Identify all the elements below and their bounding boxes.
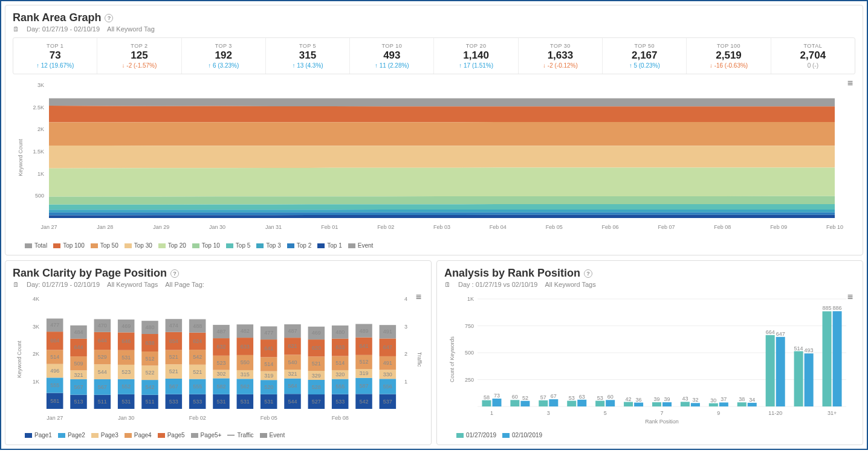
svg-text:477: 477 [264, 330, 273, 336]
svg-text:491: 491 [383, 360, 392, 366]
svg-text:63: 63 [579, 394, 585, 400]
svg-text:500: 500 [465, 350, 474, 356]
stat-change: 11 (2.28%) [352, 62, 431, 69]
svg-text:520: 520 [264, 384, 273, 390]
svg-text:521: 521 [312, 361, 321, 367]
svg-text:43: 43 [682, 396, 688, 402]
title-text: Rank Area Graph [13, 11, 101, 24]
svg-text:Feb 05: Feb 05 [546, 224, 563, 230]
analysis-title: Analysis by Rank Position ? [444, 267, 855, 280]
legend-item[interactable]: Event [260, 432, 285, 438]
chart-menu-icon[interactable]: ≡ [847, 292, 853, 303]
svg-text:53: 53 [597, 395, 603, 401]
legend-item[interactable]: 02/10/2019 [502, 432, 542, 438]
legend-item[interactable]: Top 10 [192, 242, 220, 249]
svg-text:512: 512 [145, 356, 154, 362]
svg-text:30: 30 [710, 397, 716, 403]
legend-item[interactable]: 01/27/2019 [456, 432, 496, 438]
svg-text:Keyword Count: Keyword Count [16, 341, 22, 378]
svg-text:3: 3 [404, 324, 407, 330]
chart-menu-icon[interactable]: ≡ [416, 292, 421, 303]
legend-item[interactable]: Top 50 [91, 242, 118, 249]
analysis-legend: 01/27/201902/10/2019 [444, 432, 855, 438]
svg-text:633: 633 [335, 344, 345, 350]
legend-item[interactable]: Page5+ [191, 432, 222, 438]
svg-text:1K: 1K [33, 379, 39, 385]
legend-item[interactable]: Page2 [58, 432, 85, 438]
chart-menu-icon[interactable]: ≡ [847, 78, 853, 89]
legend-item[interactable]: Page1 [25, 432, 52, 438]
svg-text:Feb 08: Feb 08 [332, 415, 349, 421]
help-icon[interactable]: ? [105, 14, 113, 22]
legend-item[interactable]: Top 100 [53, 242, 85, 249]
svg-text:514: 514 [50, 354, 59, 360]
legend-item[interactable]: Top 1 [317, 242, 342, 249]
svg-text:556: 556 [383, 384, 392, 390]
svg-text:647: 647 [776, 331, 785, 337]
svg-text:57: 57 [540, 394, 546, 400]
date-range: Day : 01/27/19 vs 02/10/19 [458, 281, 537, 288]
stat-label: TOP 3 [184, 43, 263, 49]
legend-item[interactable]: Top 20 [158, 242, 186, 249]
tag-filter: All Keyword Tag [107, 25, 155, 33]
legend-item[interactable]: Total [25, 242, 47, 249]
help-icon[interactable]: ? [584, 269, 592, 278]
svg-rect-268 [737, 402, 747, 406]
svg-text:3K: 3K [33, 324, 39, 330]
svg-text:38: 38 [739, 396, 745, 402]
svg-text:487: 487 [216, 329, 225, 335]
legend-item[interactable]: Event [348, 242, 374, 249]
svg-text:509: 509 [74, 361, 83, 367]
page-tag: All Page Tag: [165, 281, 204, 288]
svg-rect-261 [691, 403, 700, 406]
svg-text:Count of Keywords: Count of Keywords [449, 336, 455, 382]
svg-text:Feb 03: Feb 03 [433, 224, 450, 230]
stat-cell: TOP 1 73 12 (19.67%) [13, 38, 97, 74]
legend-item[interactable]: Traffic [227, 432, 253, 438]
legend-item[interactable]: Top 30 [125, 242, 152, 249]
analysis-panel: Analysis by Rank Position ? 🗓 Day : 01/2… [436, 260, 863, 445]
rank-area-subtitle: 🗓 Day: 01/27/19 - 02/10/19 All Keyword T… [13, 25, 855, 33]
calendar-icon: 🗓 [13, 25, 19, 33]
svg-rect-232 [510, 400, 519, 406]
svg-text:641: 641 [264, 345, 273, 351]
analysis-subtitle: 🗓 Day : 01/27/19 vs 02/10/19 All Keyword… [444, 281, 855, 288]
svg-text:664: 664 [766, 329, 775, 335]
svg-text:Feb 01: Feb 01 [321, 224, 338, 230]
svg-text:320: 320 [335, 371, 345, 377]
date-range: Day: 01/27/19 - 02/10/19 [27, 281, 100, 288]
svg-text:533: 533 [193, 399, 202, 405]
stat-cell: TOP 50 2,167 5 (0.23%) [603, 38, 687, 74]
tag-filter: All Keyword Tags [545, 281, 595, 288]
svg-text:302: 302 [216, 371, 225, 377]
svg-text:Jan 29: Jan 29 [153, 224, 169, 230]
svg-rect-265 [719, 402, 728, 406]
svg-text:582: 582 [216, 384, 225, 390]
svg-text:544: 544 [288, 399, 297, 405]
stat-cell: TOP 10 493 11 (2.28%) [350, 38, 434, 74]
svg-text:58: 58 [484, 394, 490, 400]
legend-item[interactable]: Top 3 [256, 242, 280, 249]
legend-item[interactable]: Page5 [158, 432, 185, 438]
legend-item[interactable]: Page4 [125, 432, 152, 438]
svg-rect-259 [681, 402, 690, 406]
svg-rect-245 [595, 401, 604, 406]
svg-text:11-20: 11-20 [768, 410, 782, 416]
svg-text:484: 484 [74, 329, 83, 335]
legend-item[interactable]: Top 2 [287, 242, 311, 249]
svg-text:321: 321 [288, 371, 297, 377]
svg-text:Feb 02: Feb 02 [377, 224, 394, 230]
title-text: Rank Clarity by Page Position [13, 267, 167, 280]
svg-text:469: 469 [121, 323, 131, 329]
stat-value: 2,167 [605, 50, 684, 62]
analysis-chart: 2505007501KCount of Keywords587316052576… [444, 293, 855, 426]
tag-filter: All Keyword Tags [107, 281, 158, 288]
svg-text:620: 620 [312, 345, 321, 351]
svg-text:Feb 06: Feb 06 [602, 224, 619, 230]
legend-item[interactable]: Top 5 [226, 242, 250, 249]
help-icon[interactable]: ? [170, 269, 179, 278]
svg-text:511: 511 [145, 399, 154, 405]
svg-text:624: 624 [193, 338, 202, 344]
legend-item[interactable]: Page3 [91, 432, 118, 438]
svg-text:529: 529 [98, 354, 107, 360]
